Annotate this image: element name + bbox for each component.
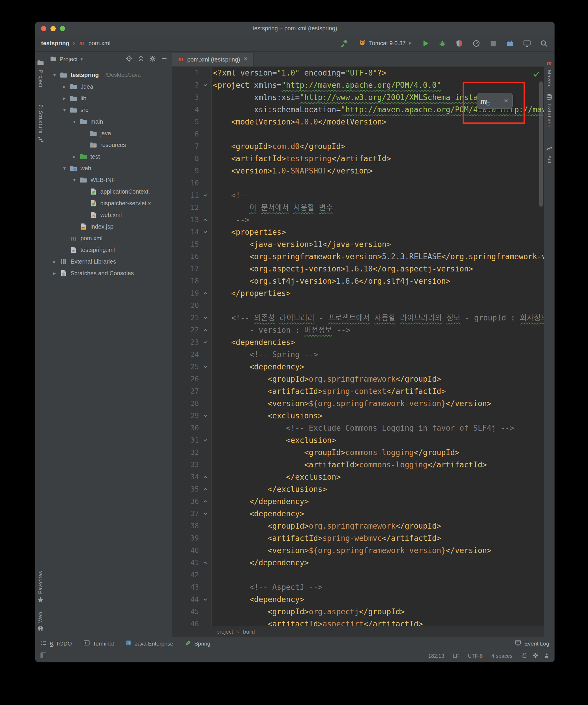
toolwindow-button-terminal[interactable]: Terminal xyxy=(83,640,114,648)
tree-item-lib[interactable]: ▸lib xyxy=(46,92,172,104)
tree-item-pom-xml[interactable]: mpom.xml xyxy=(46,232,172,244)
encoding-indicator[interactable]: UTF-8 xyxy=(468,653,483,659)
fold-marker-icon[interactable] xyxy=(199,496,212,508)
tree-item-idea[interactable]: ▸.idea xyxy=(46,81,172,92)
toolwindow-button-java-enterprise[interactable]: JJava Enterprise xyxy=(125,640,173,648)
toolwindow-web-button[interactable]: Web xyxy=(37,608,44,637)
expand-arrow-icon[interactable]: ▾ xyxy=(60,107,69,113)
code-line[interactable]: 7 <groupId>com.d0</groupId> xyxy=(172,140,544,152)
expand-arrow-icon[interactable]: ▾ xyxy=(50,72,59,78)
run-button[interactable] xyxy=(421,39,430,48)
editor-scrollbar[interactable] xyxy=(539,81,543,207)
expand-arrow-icon[interactable]: ▾ xyxy=(60,165,69,172)
code-line[interactable]: 21 <!-- 의존성 라이브러리 - 프로젝트에서 사용할 라이브러리의 정보… xyxy=(172,312,544,324)
breadcrumb-file[interactable]: pom.xml xyxy=(88,40,110,47)
code-line[interactable]: 32 <groupId>commons-logging</groupId> xyxy=(172,446,544,459)
gear-icon[interactable] xyxy=(532,652,539,660)
tree-item-test[interactable]: ▸test xyxy=(46,151,172,162)
code-editor[interactable]: 1<?xml version="1.0" encoding="UTF-8"?>2… xyxy=(172,67,544,626)
fold-marker-icon[interactable] xyxy=(199,434,212,446)
expand-arrow-icon[interactable]: ▸ xyxy=(60,95,69,101)
code-line[interactable]: 8 <artifactId>testspring</artifactId> xyxy=(172,152,544,165)
fold-marker-icon[interactable] xyxy=(199,189,212,201)
fold-marker-icon[interactable] xyxy=(199,361,212,373)
fold-marker-icon[interactable] xyxy=(199,508,212,520)
breadcrumb-tag-build[interactable]: build xyxy=(243,628,255,635)
close-tab-icon[interactable] xyxy=(243,56,248,63)
hector-inspector-icon[interactable] xyxy=(543,652,550,660)
close-window-button[interactable] xyxy=(41,26,46,31)
tree-item-external-libraries[interactable]: ▸External Libraries xyxy=(46,256,172,267)
tree-item-src[interactable]: ▾src xyxy=(46,104,172,116)
code-line[interactable]: 34 </exclusion> xyxy=(172,471,544,483)
code-line[interactable]: 19 </properties> xyxy=(172,287,544,299)
code-line[interactable]: 18 <org.slf4j-version>1.6.6</org.slf4j-v… xyxy=(172,275,544,287)
code-line[interactable]: 46 <artifactId>aspectjrt</artifactId> xyxy=(172,618,544,626)
toolwindow-button-spring[interactable]: Spring xyxy=(185,640,210,648)
chevron-down-icon[interactable]: ▾ xyxy=(81,56,83,62)
hide-panel-icon[interactable] xyxy=(161,55,168,63)
tree-item-scratches-and-consoles[interactable]: ▸Scratches and Consoles xyxy=(46,267,172,279)
fold-marker-icon[interactable] xyxy=(199,287,212,299)
caret-position[interactable]: 182:13 xyxy=(428,653,444,659)
tree-item-web[interactable]: ▾web xyxy=(46,162,172,174)
write-lock-icon[interactable] xyxy=(521,652,528,660)
fold-marker-icon[interactable] xyxy=(199,79,212,91)
minimize-window-button[interactable] xyxy=(50,26,56,31)
code-line[interactable]: 41 </dependency> xyxy=(172,557,544,569)
expand-arrow-icon[interactable]: ▾ xyxy=(70,177,79,183)
line-ending-indicator[interactable]: LF xyxy=(453,653,459,659)
toolwindow-maven-button[interactable]: m Maven xyxy=(546,56,553,90)
toolwindow-favorites-button[interactable]: Favorites xyxy=(37,567,44,608)
zoom-window-button[interactable] xyxy=(60,26,65,31)
code-line[interactable]: 30 <!-- Exclude Commons Logging in favor… xyxy=(172,422,544,434)
monitor-icon[interactable] xyxy=(523,39,532,48)
expand-arrow-icon[interactable]: ▸ xyxy=(50,270,59,276)
code-line[interactable]: 16 <org.springframework-version>5.2.3.RE… xyxy=(172,250,544,263)
tree-item-applicationcontext[interactable]: applicationContext. xyxy=(46,186,172,197)
tree-item-dispatcher-servlet-x[interactable]: dispatcher-servlet.x xyxy=(46,197,172,209)
project-view-dropdown[interactable]: Project xyxy=(59,56,78,63)
fold-marker-icon[interactable] xyxy=(199,336,212,348)
code-line[interactable]: 27 <artifactId>spring-context</artifactI… xyxy=(172,385,544,397)
code-line[interactable]: 15 <java-version>11</java-version> xyxy=(172,238,544,250)
fold-marker-icon[interactable] xyxy=(199,324,212,336)
code-line[interactable]: 40 <version>${org.springframework-versio… xyxy=(172,544,544,557)
run-config-selector[interactable]: Tomcat 9.0.37 ▾ xyxy=(356,38,413,49)
code-line[interactable]: 38 <groupId>org.springframework</groupId… xyxy=(172,520,544,532)
title-bar[interactable]: testspring – pom.xml (testspring) xyxy=(35,22,554,35)
fold-marker-icon[interactable] xyxy=(199,471,212,483)
editor-tab[interactable]: m pom.xml (testspring) xyxy=(172,53,254,66)
build-hammer-icon[interactable] xyxy=(339,39,349,48)
breadcrumb-tag-project[interactable]: project xyxy=(216,628,233,635)
settings-gear-icon[interactable] xyxy=(149,55,156,63)
inspections-ok-icon[interactable] xyxy=(533,70,540,80)
fold-marker-icon[interactable] xyxy=(199,410,212,422)
toolwindow-button-event-log[interactable]: Event Log xyxy=(515,640,549,648)
tree-item-testspring[interactable]: ▾testspring~/Desktop/Java xyxy=(46,69,172,81)
code-line[interactable]: 24 <!-- Spring --> xyxy=(172,348,544,361)
code-line[interactable]: 20 xyxy=(172,299,544,312)
code-line[interactable]: 35 </exclusions> xyxy=(172,483,544,496)
tree-item-resources[interactable]: resources xyxy=(46,139,172,151)
code-line[interactable]: 6 xyxy=(172,128,544,140)
fold-marker-icon[interactable] xyxy=(199,557,212,569)
expand-arrow-icon[interactable]: ▸ xyxy=(50,258,59,265)
indent-indicator[interactable]: 4 spaces xyxy=(492,653,512,659)
tree-item-web-xml[interactable]: </>web.xml xyxy=(46,209,172,221)
search-everywhere-icon[interactable] xyxy=(539,39,549,48)
tree-item-java[interactable]: java xyxy=(46,128,172,139)
tree-item-web-inf[interactable]: ▾WEB-INF xyxy=(46,174,172,186)
code-line[interactable]: 45 <groupId>org.aspectj</groupId> xyxy=(172,606,544,618)
debug-button[interactable] xyxy=(438,39,447,48)
code-line[interactable]: 22 - version : 버전정보 --> xyxy=(172,324,544,336)
fold-marker-icon[interactable] xyxy=(199,214,212,226)
project-structure-icon[interactable] xyxy=(505,39,515,48)
breadcrumb-project[interactable]: testspring xyxy=(41,40,70,47)
locate-file-icon[interactable] xyxy=(126,55,133,63)
tree-item-testspring-iml[interactable]: testspring.iml xyxy=(46,244,172,256)
toolwindow-project-button[interactable]: Project xyxy=(37,56,44,91)
fold-marker-icon[interactable] xyxy=(199,593,212,606)
code-line[interactable]: 11 <!-- xyxy=(172,189,544,201)
collapse-all-icon[interactable] xyxy=(137,55,144,63)
